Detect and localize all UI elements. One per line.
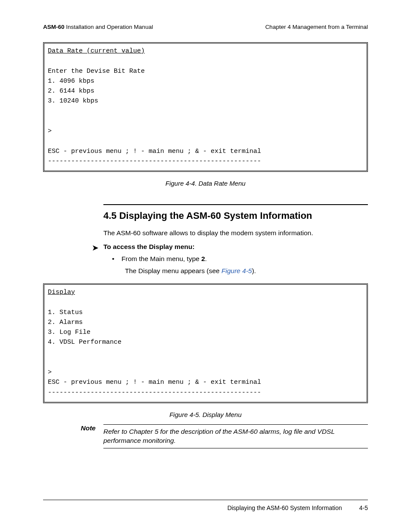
step-text: From the Main menu, type 2. [121, 255, 207, 262]
figure-4-5-caption: Figure 4-5. Display Menu [43, 411, 368, 418]
footer-page-number: 4-5 [359, 504, 368, 511]
figure-4-4-caption: Figure 4-4. Data Rate Menu [43, 180, 368, 187]
procedure-step: • From the Main menu, type 2. [114, 255, 368, 263]
terminal1-title: Data Rate (current value) [48, 46, 145, 56]
footer-rule [43, 500, 368, 500]
section-rule [103, 204, 368, 205]
page: ASM-60 Installation and Operation Manual… [0, 0, 411, 532]
section-intro: The ASM-60 software allows to display th… [103, 229, 368, 237]
result-prefix: The Display menu appears (see [125, 267, 221, 274]
page-footer: Displaying the ASM-60 System Information… [43, 500, 368, 511]
procedure-heading-text: To access the Display menu: [103, 243, 195, 250]
header-product: ASM-60 [43, 24, 65, 30]
xref-figure-4-5[interactable]: Figure 4-5 [221, 267, 252, 274]
step-prefix: From the Main menu, type [121, 255, 201, 262]
running-header: ASM-60 Installation and Operation Manual… [43, 24, 368, 30]
header-left: ASM-60 Installation and Operation Manual [43, 24, 153, 30]
step-key: 2 [201, 255, 205, 262]
footer-line: Displaying the ASM-60 System Information… [43, 504, 368, 511]
header-chapter: Chapter 4 Management from a Terminal [265, 24, 368, 30]
terminal1-body: Enter the Devise Bit Rate 1. 4096 kbps 2… [48, 68, 261, 165]
note-body: Refer to Chapter 5 for the description o… [103, 424, 368, 448]
terminal-display-menu: Display 1. Status 2. Alarms 3. Log File … [43, 283, 368, 403]
note-label: Note [81, 424, 96, 432]
section-block: 4.5 Displaying the ASM-60 System Informa… [103, 204, 368, 275]
section-heading: 4.5 Displaying the ASM-60 System Informa… [103, 210, 368, 221]
terminal-data-rate: Data Rate (current value) Enter the Devi… [43, 42, 368, 172]
bullet-icon: • [112, 255, 114, 263]
header-doc-title: Installation and Operation Manual [65, 24, 153, 30]
result-suffix: ). [252, 267, 256, 274]
procedure-result: The Display menu appears (see Figure 4-5… [125, 267, 368, 275]
note-label-column: Note [43, 424, 103, 432]
terminal2-title: Display [48, 287, 75, 297]
note-block: Note Refer to Chapter 5 for the descript… [43, 424, 368, 448]
terminal2-body: 1. Status 2. Alarms 3. Log File 4. VDSL … [48, 309, 261, 396]
footer-section-name: Displaying the ASM-60 System Information [227, 504, 342, 511]
step-suffix: . [205, 255, 207, 262]
procedure-heading: ➤ To access the Display menu: [103, 243, 368, 251]
procedure-arrow-icon: ➤ [92, 243, 98, 252]
